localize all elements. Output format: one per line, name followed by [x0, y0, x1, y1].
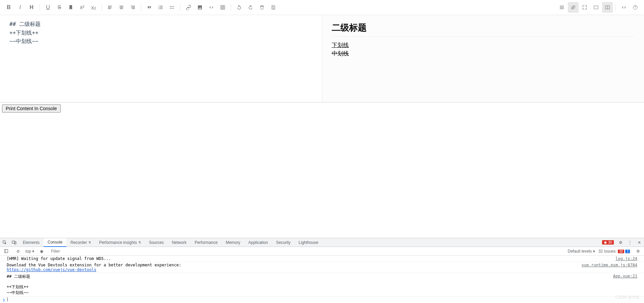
print-content-button[interactable]: Print Content In Console	[2, 104, 61, 113]
unordered-list-icon[interactable]	[167, 2, 177, 13]
print-row: Print Content In Console	[0, 102, 644, 115]
ordered-list-icon[interactable]	[155, 2, 166, 13]
table-icon[interactable]	[217, 2, 228, 13]
bold-button[interactable]: B	[3, 2, 14, 13]
link-icon[interactable]	[183, 2, 194, 13]
align-center-icon[interactable]	[116, 2, 127, 13]
editor-line: ++下划线++	[9, 29, 313, 37]
svg-rect-0	[594, 6, 598, 9]
quote-icon[interactable]	[144, 2, 155, 13]
image-icon[interactable]	[195, 2, 205, 13]
preview-underline: 下划线	[332, 41, 635, 49]
toc-icon[interactable]	[556, 2, 567, 13]
read-mode-icon[interactable]	[591, 2, 601, 13]
editor-container: ## 二级标题 ++下划线++ ~~中划线~~ 二级标题 下划线 中划线	[0, 15, 644, 102]
mark-icon[interactable]	[65, 2, 76, 13]
superscript-button[interactable]: x²	[77, 2, 88, 13]
heading-button[interactable]: H	[26, 2, 37, 13]
split-view-icon[interactable]	[602, 2, 613, 13]
align-right-icon[interactable]	[127, 2, 138, 13]
separator	[40, 4, 40, 11]
underline-button[interactable]: U	[43, 2, 53, 13]
editor-toolbar: B I H U S x² x₂	[0, 0, 644, 15]
italic-button[interactable]: I	[15, 2, 25, 13]
align-left-icon[interactable]	[105, 2, 115, 13]
markdown-editor[interactable]: ## 二级标题 ++下划线++ ~~中划线~~	[0, 15, 322, 102]
editor-line: ## 二级标题	[9, 20, 313, 29]
help-icon[interactable]	[630, 2, 641, 13]
redo-icon[interactable]	[245, 2, 256, 13]
strike-button[interactable]: S	[54, 2, 65, 13]
trash-icon[interactable]	[257, 2, 267, 13]
separator	[141, 4, 141, 11]
preview-strike: 中划线	[332, 50, 635, 57]
preview-pane: 二级标题 下划线 中划线	[322, 15, 644, 102]
preview-toggle-icon[interactable]	[568, 2, 579, 13]
undo-icon[interactable]	[234, 2, 245, 13]
separator	[615, 4, 616, 11]
fullscreen-icon[interactable]	[579, 2, 590, 13]
subscript-button[interactable]: x₂	[88, 2, 99, 13]
toolbar-left: B I H U S x² x₂	[3, 2, 279, 13]
toolbar-right	[556, 2, 641, 13]
html-source-icon[interactable]	[619, 2, 629, 13]
code-icon[interactable]	[206, 2, 217, 13]
separator	[180, 4, 180, 11]
editor-line: ~~中划线~~	[9, 37, 313, 46]
separator	[102, 4, 102, 11]
separator	[231, 4, 231, 11]
save-icon[interactable]	[268, 2, 279, 13]
preview-heading: 二级标题	[332, 22, 635, 37]
